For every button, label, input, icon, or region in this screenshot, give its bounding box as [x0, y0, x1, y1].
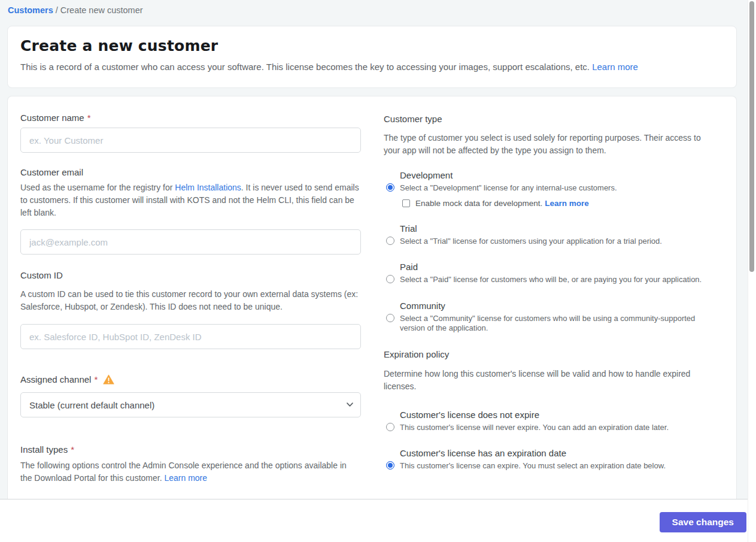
page-description: This is a record of a customer who can a…: [20, 62, 724, 72]
helm-installations-link[interactable]: Helm Installations: [175, 183, 241, 192]
expiration-policy-heading: Expiration policy: [384, 349, 718, 359]
no-expire-title: Customer's license does not expire: [400, 410, 718, 420]
mock-data-label-text: Enable mock data for development.: [415, 199, 545, 208]
page-title: Create a new customer: [20, 37, 724, 54]
paid-title: Paid: [400, 262, 718, 272]
mock-data-checkbox-row: Enable mock data for development. Learn …: [402, 199, 718, 208]
assigned-channel-label-text: Assigned channel: [20, 374, 91, 384]
customer-form-card: Customer name* Customer email Used as th…: [7, 96, 737, 499]
install-types-learn-more-link[interactable]: Learn more: [164, 473, 207, 483]
customer-name-label-text: Customer name: [20, 113, 84, 123]
trial-radio[interactable]: [386, 237, 394, 245]
community-description: Select a "Community" license for custome…: [400, 314, 718, 334]
install-types-label: Install types*: [20, 444, 362, 455]
page-scrollbar-track[interactable]: [748, 0, 756, 542]
breadcrumb-separator: /: [56, 5, 58, 15]
has-expiration-description: This customer's license can expire. You …: [400, 461, 718, 471]
breadcrumb-current: Create new customer: [60, 5, 143, 15]
has-expiration-title: Customer's license has an expiration dat…: [400, 448, 718, 458]
required-asterisk: *: [71, 444, 74, 455]
breadcrumb: Customers/Create new customer: [8, 5, 143, 15]
customer-type-description: The type of customer you select is used …: [384, 132, 716, 157]
install-types-description: The following options control the Admin …: [20, 459, 347, 485]
development-title: Development: [400, 170, 718, 180]
development-radio[interactable]: [386, 183, 394, 192]
customer-type-heading: Customer type: [384, 114, 718, 124]
custom-id-label: Custom ID: [20, 270, 362, 280]
custom-id-description: A custom ID can be used to tie this cust…: [20, 288, 362, 313]
expiration-option-no-expire: Customer's license does not expire This …: [384, 410, 718, 433]
footer-action-bar: Save changes: [0, 499, 756, 542]
page-description-text: This is a record of a customer who can a…: [20, 62, 590, 72]
assigned-channel-label: Assigned channel*: [20, 374, 362, 384]
customer-email-input[interactable]: [20, 229, 361, 255]
assigned-channel-select-wrap: Stable (current default channel): [20, 392, 361, 417]
required-asterisk: *: [87, 113, 91, 123]
community-title: Community: [400, 301, 718, 311]
license-has-expiration-radio[interactable]: [386, 461, 394, 470]
customer-name-input[interactable]: [20, 128, 361, 153]
custom-id-input[interactable]: [20, 324, 361, 349]
page-header-card: Create a new customer This is a record o…: [7, 26, 737, 88]
expiration-option-has-date: Customer's license has an expiration dat…: [384, 448, 718, 471]
trial-title: Trial: [400, 223, 718, 234]
expiration-policy-description: Determine how long this customer's licen…: [384, 368, 716, 393]
assigned-channel-select[interactable]: Stable (current default channel): [20, 392, 361, 417]
form-left-column: Customer name* Customer email Used as th…: [20, 96, 362, 485]
save-changes-button[interactable]: Save changes: [660, 512, 746, 532]
custom-id-label-text: Custom ID: [20, 270, 63, 280]
customer-type-option-community: Community Select a "Community" license f…: [384, 301, 718, 334]
customer-email-label: Customer email: [20, 167, 362, 177]
customer-email-description: Used as the username for the registry fo…: [20, 181, 362, 219]
customer-type-option-paid: Paid Select a "Paid" license for custome…: [384, 262, 718, 285]
trial-description: Select a "Trial" license for customers u…: [400, 237, 718, 247]
development-description: Select a "Development" license for any i…: [400, 183, 718, 193]
install-types-label-text: Install types: [20, 444, 68, 455]
license-does-not-expire-radio[interactable]: [386, 423, 394, 431]
header-learn-more-link[interactable]: Learn more: [592, 62, 638, 72]
required-asterisk: *: [94, 374, 98, 384]
mock-data-learn-more-link[interactable]: Learn more: [545, 199, 589, 208]
breadcrumb-customers-link[interactable]: Customers: [8, 5, 53, 15]
page-scrollbar-thumb[interactable]: [749, 1, 754, 272]
community-radio[interactable]: [386, 314, 394, 322]
customer-email-label-text: Customer email: [20, 167, 83, 177]
mock-data-checkbox-label: Enable mock data for development. Learn …: [415, 199, 589, 208]
customer-name-label: Customer name*: [20, 113, 362, 123]
customer-type-option-development: Development Select a "Development" licen…: [384, 170, 718, 208]
no-expire-description: This customer's license will never expir…: [400, 423, 718, 433]
email-desc-before: Used as the username for the registry fo…: [20, 183, 175, 192]
form-right-column: Customer type The type of customer you s…: [384, 96, 718, 487]
enable-mock-data-checkbox[interactable]: [402, 199, 410, 207]
paid-description: Select a "Paid" license for customers wh…: [400, 275, 718, 285]
warning-triangle-icon: [103, 374, 114, 384]
paid-radio[interactable]: [386, 275, 394, 283]
customer-type-option-trial: Trial Select a "Trial" license for custo…: [384, 223, 718, 247]
